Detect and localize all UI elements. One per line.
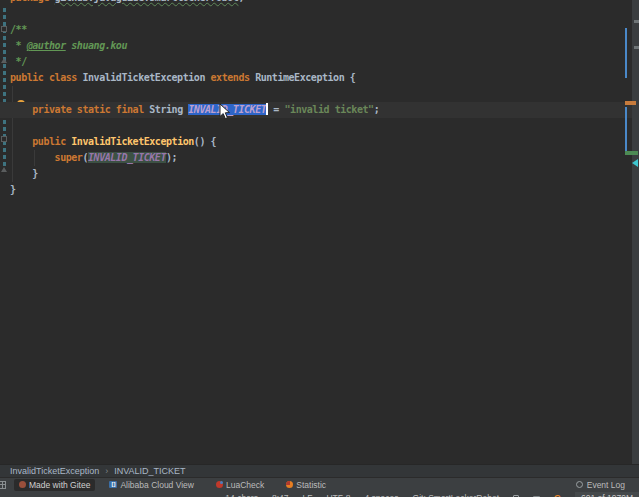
code-editor[interactable]: package github.javaguide.smartlockerrobo… <box>0 0 639 464</box>
fold-end-icon[interactable] <box>1 167 7 172</box>
code-token: extends <box>211 72 256 83</box>
code-token: } <box>10 184 16 195</box>
code-token: */ <box>10 56 27 67</box>
stripe-mark <box>634 46 639 49</box>
caret-position-arrow-icon <box>632 159 638 167</box>
code-token: ); <box>166 152 177 163</box>
code-token <box>10 136 32 147</box>
ide-window: { "colors": { "editor_bg": "#2B2B2B", "c… <box>0 0 639 497</box>
memory-indicator[interactable]: 601 of 1979M <box>575 492 639 497</box>
code-area[interactable]: package github.javaguide.smartlockerrobo… <box>10 0 632 198</box>
alibaba-cloud-icon: [] <box>109 481 117 488</box>
read-usage-mark[interactable] <box>625 151 638 155</box>
code-line[interactable] <box>10 86 632 102</box>
toolbar-button-alibaba-cloud-view[interactable]: [] Alibaba Cloud View <box>109 480 194 490</box>
code-token: /** <box>10 24 27 35</box>
status-line-ending[interactable]: LF <box>303 493 313 497</box>
gitee-icon <box>19 481 26 488</box>
code-token <box>10 104 32 115</box>
toolbar-button-label: LuaCheck <box>226 480 264 490</box>
code-line[interactable]: public class InvalidTicketException exte… <box>10 70 632 86</box>
toolbar-button-label: Statistic <box>296 480 326 490</box>
event-log-balloon-icon <box>576 481 583 488</box>
code-token: github.javaguide.smartlockerrobot <box>55 0 239 3</box>
breadcrumb-separator: › <box>105 466 108 476</box>
code-token: } <box>10 168 38 179</box>
code-token: @author <box>27 40 66 51</box>
toolbar-button-label: Alibaba Cloud View <box>120 480 194 490</box>
write-usage-mark[interactable] <box>625 101 636 105</box>
status-bar: 14 chars 8:47 LF UTF-8 4 spaces Git: Sma… <box>0 491 639 497</box>
luacheck-icon <box>216 481 223 488</box>
status-selection-chars[interactable]: 14 chars <box>225 493 258 497</box>
status-caret-position[interactable]: 8:47 <box>272 493 289 497</box>
code-token: ; <box>374 104 380 115</box>
breadcrumb-class[interactable]: InvalidTicketException <box>10 466 99 476</box>
gitee-badge-button[interactable]: Made with Gitee <box>14 479 95 491</box>
code-token: ; <box>238 0 244 3</box>
fold-end-icon[interactable] <box>1 58 7 63</box>
code-token: public class <box>10 72 82 83</box>
code-line[interactable]: /** <box>10 22 632 38</box>
code-line-current[interactable]: private static final String INVALID_TICK… <box>10 102 632 118</box>
event-log-label: Event Log <box>587 480 625 490</box>
stripe-mark <box>634 20 639 23</box>
code-token: INVALID_TICKET <box>88 152 166 163</box>
status-encoding[interactable]: UTF-8 <box>326 493 350 497</box>
event-log-button[interactable]: Event Log <box>576 480 625 490</box>
mouse-cursor-icon <box>219 103 231 120</box>
vcs-scrollbar-mark[interactable] <box>625 28 627 78</box>
code-line[interactable] <box>10 118 632 134</box>
bottom-toolbar: Made with Gitee [] Alibaba Cloud View Lu… <box>0 477 639 491</box>
vcs-scrollbar-mark[interactable] <box>625 107 627 153</box>
code-token: "invalid ticket" <box>285 104 374 115</box>
code-token: shuang.kou <box>66 40 127 51</box>
code-line[interactable]: * @author shuang.kou <box>10 38 632 54</box>
fold-marker-icon[interactable] <box>1 136 7 142</box>
status-indent[interactable]: 4 spaces <box>365 493 399 497</box>
code-token: public <box>32 136 71 147</box>
code-line[interactable]: } <box>10 166 632 182</box>
code-token: super <box>55 152 83 163</box>
code-line[interactable]: public InvalidTicketException() { <box>10 134 632 150</box>
code-line[interactable]: super(INVALID_TICKET); <box>10 150 632 166</box>
code-token: * <box>10 40 27 51</box>
code-token: String <box>149 104 188 115</box>
code-line[interactable]: */ <box>10 54 632 70</box>
code-token: InvalidTicketException <box>82 72 210 83</box>
breadcrumb: InvalidTicketException › INVALID_TICKET <box>0 464 639 477</box>
code-line[interactable] <box>10 6 632 22</box>
vcs-change-strip <box>3 8 6 168</box>
code-token: () { <box>194 136 216 147</box>
gitee-badge-label: Made with Gitee <box>29 480 90 490</box>
code-token: private static final <box>32 104 149 115</box>
toolbar-button-statistic[interactable]: Statistic <box>286 480 326 490</box>
fold-marker-icon[interactable] <box>1 26 7 32</box>
code-token: RuntimeException { <box>255 72 355 83</box>
code-token <box>10 152 55 163</box>
statistic-icon <box>286 481 293 488</box>
toolbar-button-luacheck[interactable]: LuaCheck <box>216 480 264 490</box>
code-token: package <box>10 0 55 3</box>
gradle-g-icon[interactable]: G <box>554 494 561 497</box>
code-token: = <box>268 104 285 115</box>
code-token: InvalidTicketException <box>71 136 194 147</box>
tool-windows-grid-icon[interactable] <box>0 481 6 489</box>
status-git-branch[interactable]: Git: SmartLockerRobot <box>413 493 499 497</box>
code-line[interactable]: } <box>10 182 632 198</box>
breadcrumb-member[interactable]: INVALID_TICKET <box>114 466 185 476</box>
editor-scrollbar[interactable] <box>632 0 639 464</box>
